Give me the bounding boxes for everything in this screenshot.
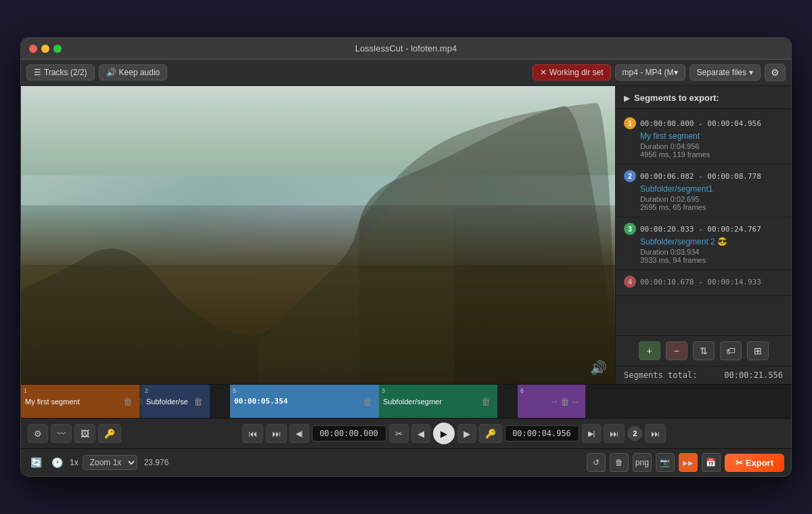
timeline-segment-4[interactable]: 6 -- 🗑 -- — [518, 385, 585, 418]
png-label: png — [635, 458, 649, 467]
tl-num-6: 6 — [520, 387, 524, 394]
segment-badge: 2 — [627, 426, 642, 441]
calendar-btn[interactable]: 📅 — [702, 453, 721, 472]
segment-detail-3: 3933 ms, 94 frames — [624, 256, 783, 264]
toolbar: ☰ Tracks (2/2) 🔊 Keep audio ✕ Working di… — [21, 60, 791, 86]
tl-trash-3[interactable]: 🗑 — [478, 396, 493, 407]
scissors-icon: ✂ — [736, 458, 743, 468]
export-label: Export — [746, 458, 773, 468]
tracks-label: Tracks (2/2) — [44, 68, 87, 77]
tag-icon: 🏷 — [726, 345, 736, 356]
grid-button[interactable]: ⊞ — [747, 341, 769, 360]
end-time-display: 00:00:04.956 — [505, 425, 579, 442]
current-time-display: 00:00:00.000 — [312, 425, 386, 442]
title-bar: LosslessCut - lofoten.mp4 — [21, 38, 791, 60]
segment-item-2[interactable]: 2 00:00:06.082 - 00:00:08.778 Subfolder/… — [616, 165, 791, 217]
clock-btn[interactable]: 🕐 — [49, 456, 66, 469]
zoom-select[interactable]: Zoom 1x Zoom 2x Zoom 4x — [83, 455, 137, 470]
timeline: 1 My first segment 🗑 || 2 Subfolder/se 🗑… — [21, 384, 791, 418]
play-button[interactable]: ▶ — [433, 423, 455, 444]
format-select-btn[interactable]: png — [633, 453, 652, 472]
separate-files-button[interactable]: Separate files ▾ — [690, 64, 761, 81]
working-dir-button[interactable]: ✕ Working dir set — [533, 64, 611, 81]
remove-segment-button[interactable]: − — [666, 341, 687, 360]
tl-num-5: 5 — [233, 387, 236, 394]
cliff-svg — [21, 86, 615, 384]
rewind-btn[interactable]: ◀ — [411, 424, 430, 443]
timeline-gap-2 — [497, 385, 518, 418]
image-btn[interactable]: 🖼 — [74, 424, 95, 443]
app-icon-btn[interactable]: ▶▶ — [679, 453, 698, 472]
format-button[interactable]: mp4 - MP4 (M▾ — [615, 64, 685, 81]
segment-detail-2: 2695 ms, 65 frames — [624, 203, 783, 211]
playback-controls: ⚙ 〰 🖼 🔑 ⏮ ⏭ ◀| 00:00:00.000 ✂ ◀ ▶ ▶ 🔑 00… — [21, 418, 791, 448]
working-dir-label: Working dir set — [549, 68, 604, 77]
close-button[interactable] — [29, 45, 37, 53]
chevron-down-icon: ▾ — [749, 68, 753, 77]
tl-trash-6[interactable]: -- 🗑 -- — [549, 396, 581, 407]
restore-btn[interactable]: ↺ — [587, 453, 606, 472]
separate-files-label: Separate files — [697, 68, 746, 77]
tl-num-3: 3 — [382, 387, 385, 394]
key-btn[interactable]: 🔑 — [98, 424, 121, 443]
next-frame-btn[interactable]: ⏭ — [604, 424, 625, 443]
segments-list: 1 00:00:00.000 - 00:00:04.956 My first s… — [616, 109, 791, 335]
timeline-segment-3[interactable]: 3 Subfolder/segmer 🗑 — [379, 385, 497, 418]
speaker-icon: 🔊 — [106, 68, 116, 77]
split-segment-button[interactable]: ⇅ — [693, 341, 715, 360]
window-title: LosslessCut - lofoten.mp4 — [355, 43, 457, 53]
export-button[interactable]: ✂ Export — [725, 454, 784, 472]
segment-duration-3: Duration 0:03.934 — [624, 248, 783, 256]
audio-button[interactable]: 🔊 Keep audio — [99, 64, 168, 81]
volume-icon: 🔊 — [590, 360, 607, 376]
minimize-button[interactable] — [41, 45, 49, 53]
waveform-btn[interactable]: 〰 — [51, 424, 72, 443]
cut-end-btn[interactable]: 🔑 — [479, 424, 502, 443]
timeline-segment-active[interactable]: 5 00:00:05.354 🗑 — [230, 385, 379, 418]
tl-trash-active[interactable]: 🗑 — [360, 396, 375, 407]
segments-actions: + − ⇅ 🏷 ⊞ — [616, 335, 791, 366]
segment-duration-1: Duration 0:04.956 — [624, 142, 783, 150]
add-segment-button[interactable]: + — [639, 341, 660, 360]
tl-num-2: 2 — [145, 387, 148, 394]
settings-icon-btn[interactable]: ⚙ — [28, 424, 48, 443]
main-area: 🔊 ▶ Segments to export: 1 00:00:00.000 -… — [21, 86, 791, 384]
maximize-button[interactable] — [53, 45, 62, 53]
timeline-segment-2[interactable]: 2 Subfolder/se 🗑 — [142, 385, 210, 418]
set-start-btn[interactable]: ◀| — [290, 424, 309, 443]
tl-trash-2[interactable]: 🗑 — [191, 396, 206, 407]
zoom-multiplier: 1x — [70, 458, 78, 467]
skip-fwd-btn[interactable]: ⏭ — [645, 424, 666, 443]
segment-item-4[interactable]: 4 00:00:10.678 - 00:00:14.933 — [616, 270, 791, 296]
timeline-segment-1[interactable]: 1 My first segment 🗑 — [21, 385, 139, 418]
split-icon: ⇅ — [700, 345, 708, 356]
camera-btn[interactable]: 📷 — [656, 453, 675, 472]
chevron-right-icon: ▶ — [624, 93, 630, 103]
delete-btn[interactable]: 🗑 — [610, 453, 629, 472]
app-window: LosslessCut - lofoten.mp4 ☰ Tracks (2/2)… — [20, 37, 792, 477]
bottom-bar: 🔄 🕐 1x Zoom 1x Zoom 2x Zoom 4x 23.976 ↺ … — [21, 448, 791, 476]
tl-trash-1[interactable]: 🗑 — [120, 396, 135, 407]
cut-start-btn[interactable]: ✂ — [389, 424, 409, 443]
timeline-gap-1 — [210, 385, 230, 418]
segment-name-1: My first segment — [624, 131, 783, 141]
frame-back-btn[interactable]: ⏭ — [266, 424, 287, 443]
segment-duration-2: Duration 0:02.695 — [624, 195, 783, 203]
segment-detail-1: 4956 ms, 119 frames — [624, 150, 783, 158]
segment-time-1: 00:00:00.000 - 00:00:04.956 — [640, 119, 761, 128]
grid-icon: ⊞ — [754, 345, 762, 356]
settings-button[interactable]: ⚙ — [765, 64, 786, 81]
tag-segment-button[interactable]: 🏷 — [720, 341, 742, 360]
minus-icon: − — [673, 345, 679, 356]
segment-item-1[interactable]: 1 00:00:00.000 - 00:00:04.956 My first s… — [616, 112, 791, 165]
tracks-button[interactable]: ☰ Tracks (2/2) — [26, 64, 95, 81]
segment-number-3: 3 — [624, 223, 636, 235]
tl-label-1: My first segment — [25, 398, 120, 406]
video-display: 🔊 — [21, 86, 615, 384]
forward-btn[interactable]: ▶ — [457, 424, 476, 443]
segment-name-3: Subfolder/segment 2 😎 — [624, 237, 783, 247]
segment-item-3[interactable]: 3 00:00:20.833 - 00:00:24.767 Subfolder/… — [616, 217, 791, 270]
rotate-btn[interactable]: 🔄 — [28, 456, 45, 469]
skip-back-btn[interactable]: ⏮ — [242, 424, 263, 443]
set-end-btn[interactable]: ▶| — [582, 424, 602, 443]
